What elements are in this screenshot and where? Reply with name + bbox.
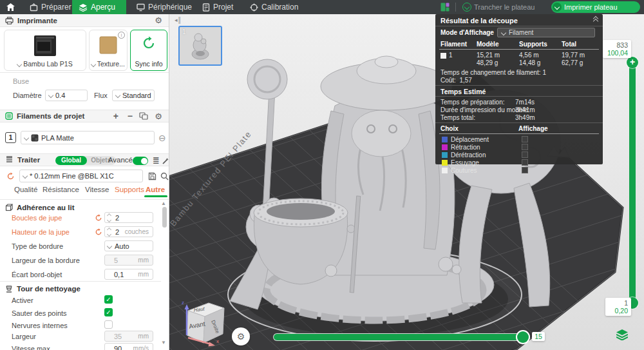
skip-points-checkbox[interactable]: ✓ xyxy=(104,308,113,316)
print-dropdown-icon[interactable] xyxy=(553,3,562,12)
unretraction-checkbox[interactable] xyxy=(522,151,528,158)
tab-projet[interactable]: Projet xyxy=(196,0,240,14)
layer-slider-top-handle[interactable]: + xyxy=(627,57,638,68)
flow-select[interactable]: Standard xyxy=(112,90,155,101)
device-icon xyxy=(137,3,145,12)
preset-list-icon[interactable]: ≣ xyxy=(153,156,160,164)
reset-param-icon[interactable] xyxy=(95,214,102,222)
model-weight: 48,29 g xyxy=(477,59,498,66)
slice-plate-button[interactable]: Trancher le plateau xyxy=(461,1,545,13)
enable-checkbox[interactable]: ✓ xyxy=(104,295,113,304)
col-header-modele: Modèle xyxy=(477,41,498,48)
preset-reset-icon[interactable] xyxy=(6,172,15,180)
plate-thumbnail-card[interactable]: 1 xyxy=(178,26,222,66)
print-plate-button[interactable]: Imprimer plateau xyxy=(551,1,640,13)
display-header: Affichage xyxy=(518,125,548,132)
skirt-height-input[interactable]: 2 couches xyxy=(104,226,153,237)
group-header-prime-tower[interactable]: Tour de nettoyage xyxy=(5,285,80,293)
tab-preparer[interactable]: Préparer xyxy=(23,0,78,14)
slice-dropdown-icon[interactable] xyxy=(462,3,471,12)
search-preset-icon[interactable] xyxy=(160,172,169,180)
tab-label: Périphérique xyxy=(148,3,192,12)
total-time-label: Temps total: xyxy=(440,114,475,121)
estimated-time-title: Temps Estimé xyxy=(440,88,486,95)
navigation-cube[interactable]: Haut Avant Droite z x xyxy=(179,297,231,348)
internal-ribs-checkbox[interactable] xyxy=(104,320,113,329)
layers-view-icon[interactable] xyxy=(616,329,628,340)
col-header-total: Total xyxy=(562,41,576,48)
reset-param-icon[interactable] xyxy=(95,228,102,236)
home-icon[interactable] xyxy=(6,3,15,12)
printer-name[interactable]: Bambu Lab P1S xyxy=(5,60,86,68)
thumbnail-collapse-icon[interactable]: ◂║ xyxy=(175,17,182,23)
brim-width-input[interactable]: 5 mm xyxy=(104,255,153,266)
process-tab-supports[interactable]: Supports xyxy=(115,186,144,193)
process-tab-resistance[interactable]: Résistance xyxy=(43,186,79,193)
spinner-control[interactable] xyxy=(108,228,113,236)
scope-global-option[interactable]: Global xyxy=(55,156,87,165)
active-tab-underline xyxy=(144,195,167,197)
choice-travel: Déplacement xyxy=(451,136,489,143)
ams-mapping-icon[interactable] xyxy=(139,112,148,120)
preview-icon xyxy=(79,3,88,12)
max-speed-input[interactable]: 90 mm/s xyxy=(104,343,153,350)
filament-select[interactable]: PLA Matte xyxy=(21,131,155,144)
seams-color-swatch xyxy=(442,168,448,173)
step-slider-track[interactable] xyxy=(274,334,529,340)
step-slider-handle[interactable] xyxy=(517,331,529,343)
filament-settings-gear-icon[interactable]: ⚙ xyxy=(155,112,162,121)
wipe-checkbox[interactable] xyxy=(522,159,528,166)
tab-apercu[interactable]: Aperçu xyxy=(72,0,126,14)
step-slider-fill xyxy=(274,334,524,340)
input-value: 0,1 xyxy=(114,271,124,278)
tab-peripherique[interactable]: Périphérique xyxy=(130,0,198,14)
skirt-loops-input[interactable]: 2 xyxy=(104,212,153,223)
group-header-bed-adhesion[interactable]: Adhérence au lit xyxy=(5,204,74,211)
choice-unretraction: Dérétraction xyxy=(451,151,486,159)
scroll-down-arrow[interactable]: ▼ xyxy=(161,340,166,345)
retraction-checkbox[interactable] xyxy=(522,144,528,150)
tower-width-input[interactable]: 35 mm xyxy=(104,331,153,342)
process-tab-autre[interactable]: Autre xyxy=(146,186,165,193)
param-label-width: Largeur xyxy=(12,333,36,340)
advanced-toggle[interactable] xyxy=(133,157,148,165)
plate-arrange-icon[interactable] xyxy=(440,3,450,12)
printer-settings-gear-icon[interactable]: ⚙ xyxy=(155,16,162,24)
prepare-icon xyxy=(30,3,38,12)
plate-type-name[interactable]: Texture... xyxy=(90,60,127,68)
brim-type-select[interactable]: Auto xyxy=(104,240,153,251)
layer-slider-track[interactable] xyxy=(629,62,636,303)
col-header-filament: Filament xyxy=(440,41,467,48)
save-preset-icon[interactable] xyxy=(148,172,156,180)
bed-adhesion-icon xyxy=(5,204,13,211)
print-button-label: Imprimer plateau xyxy=(564,3,618,11)
travel-checkbox[interactable] xyxy=(522,136,528,142)
scrollbar-thumb[interactable] xyxy=(162,207,167,228)
scroll-up-arrow[interactable]: ▲ xyxy=(161,200,166,206)
info-icon[interactable]: i xyxy=(118,32,125,39)
printer-card[interactable]: Bambu Lab P1S xyxy=(4,30,86,71)
input-value: 5 xyxy=(114,257,118,264)
add-filament-button[interactable]: + xyxy=(113,112,118,121)
process-preset-select[interactable]: * 0.12mm Fine @BBL X1C xyxy=(19,170,143,182)
param-label-brim-object-gap: Écart bord-objet xyxy=(12,271,62,278)
process-tab-qualite[interactable]: Qualité xyxy=(14,186,37,193)
sync-info-button[interactable]: Sync info xyxy=(130,30,167,71)
spinner-control[interactable] xyxy=(108,214,113,222)
brim-object-gap-input[interactable]: 0,1 mm xyxy=(104,269,153,280)
collapse-filament-icon[interactable]: ⊖ xyxy=(158,133,166,143)
layer-slider-bottom-label: 1 0,20 xyxy=(605,298,631,316)
tab-calibration[interactable]: Calibration xyxy=(243,0,305,14)
tuning-wand-icon[interactable] xyxy=(162,157,169,165)
prep-time-label: Temps de préparation: xyxy=(440,99,505,106)
printer-section-header: Imprimante ⚙ xyxy=(0,14,169,27)
seams-checkbox[interactable] xyxy=(522,167,528,173)
plate-type-card[interactable]: i Texture... xyxy=(89,30,128,71)
scope-switch[interactable]: Global Objets xyxy=(55,156,116,165)
display-mode-select[interactable]: Filament xyxy=(497,28,595,37)
viewport-settings-button[interactable]: ⚙ xyxy=(232,327,250,345)
process-tab-vitesse[interactable]: Vitesse xyxy=(85,186,109,193)
collapse-panel-icon[interactable] xyxy=(594,17,598,23)
diameter-select[interactable]: 0.4 xyxy=(45,90,88,101)
remove-filament-button[interactable]: − xyxy=(128,112,133,121)
